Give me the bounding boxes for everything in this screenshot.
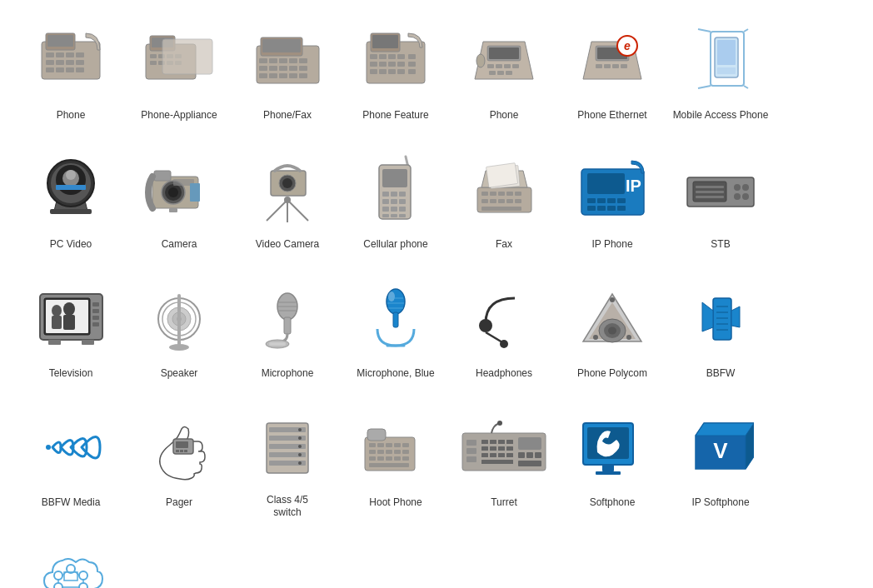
item-microphone[interactable]: Microphone — [233, 267, 342, 396]
svg-point-233 — [298, 461, 302, 465]
item-mobile-access-phone[interactable]: Mobile Access Phone — [666, 8, 775, 137]
item-phone2[interactable]: Phone — [450, 8, 558, 137]
item-pc-video[interactable]: PC Video — [17, 137, 125, 267]
icon-fax — [453, 144, 555, 235]
svg-rect-2 — [47, 35, 73, 47]
item-ip-phone-label: IP Phone — [591, 238, 632, 262]
item-fax[interactable]: Fax — [450, 137, 558, 267]
item-ip-phone[interactable]: IP IP Phone — [558, 137, 666, 267]
svg-rect-278 — [596, 471, 621, 475]
item-phone-appliance-label: Phone-Appliance — [141, 109, 217, 132]
svg-rect-124 — [391, 207, 397, 212]
svg-rect-71 — [497, 71, 504, 75]
item-television[interactable]: Television — [17, 267, 125, 396]
svg-line-90 — [744, 86, 748, 88]
item-ip-softphone-label: IP Softphone — [691, 496, 749, 520]
item-stb[interactable]: STB — [666, 137, 775, 267]
svg-rect-168 — [52, 316, 62, 329]
svg-point-229 — [298, 428, 302, 431]
item-phone[interactable]: Phone — [17, 8, 125, 137]
svg-rect-85 — [717, 40, 736, 65]
item-cellular-phone[interactable]: Cellular phone — [342, 137, 450, 267]
item-headphones[interactable]: Headphones — [450, 267, 558, 396]
icon-pager — [128, 402, 230, 493]
item-phone-appliance[interactable]: Phone-Appliance — [125, 8, 233, 137]
svg-rect-192 — [393, 312, 398, 327]
svg-rect-182 — [177, 294, 181, 346]
icon-turret — [453, 402, 555, 493]
svg-rect-79 — [612, 64, 619, 68]
svg-rect-133 — [481, 192, 488, 196]
svg-line-199 — [486, 332, 502, 342]
svg-point-167 — [52, 305, 62, 316]
icon-phone-appliance — [128, 15, 230, 106]
item-softphone[interactable]: Softphone — [558, 396, 666, 525]
svg-rect-32 — [279, 58, 287, 63]
svg-point-274 — [497, 421, 502, 426]
svg-rect-59 — [379, 69, 387, 74]
svg-point-73 — [476, 54, 485, 67]
item-class-switch[interactable]: Class 4/5 switch — [233, 396, 342, 525]
svg-line-107 — [267, 200, 287, 221]
svg-rect-42 — [279, 73, 287, 78]
svg-rect-142 — [515, 199, 521, 203]
svg-point-288 — [79, 583, 87, 589]
item-gatekeeper[interactable]: Gatekeeper — [17, 525, 125, 588]
item-camera-label: Camera — [162, 238, 197, 262]
svg-rect-171 — [92, 302, 99, 306]
svg-rect-162 — [696, 191, 724, 193]
svg-rect-268 — [481, 460, 513, 464]
svg-point-191 — [387, 289, 405, 314]
item-camera[interactable]: Camera — [125, 137, 233, 267]
item-hoot-phone-label: Hoot Phone — [369, 496, 422, 520]
item-phone-feature[interactable]: Phone Feature — [342, 8, 450, 137]
svg-point-286 — [79, 571, 87, 580]
item-video-camera[interactable]: Video Camera — [233, 137, 342, 267]
svg-point-157 — [734, 184, 741, 191]
svg-rect-222 — [184, 450, 187, 452]
icon-headphones — [453, 273, 555, 364]
svg-rect-172 — [92, 309, 99, 313]
svg-rect-254 — [466, 448, 476, 454]
svg-rect-271 — [526, 452, 533, 458]
item-hoot-phone[interactable]: Hoot Phone — [342, 396, 450, 525]
icon-ip-softphone: V — [670, 402, 771, 493]
svg-rect-248 — [386, 456, 392, 461]
svg-rect-33 — [289, 58, 297, 63]
svg-rect-257 — [490, 440, 496, 444]
icon-camera — [128, 144, 230, 235]
svg-rect-50 — [388, 54, 396, 59]
item-phone-ethernet[interactable]: e Phone Ethernet — [558, 8, 666, 137]
svg-rect-7 — [46, 60, 54, 65]
item-phone-polycom[interactable]: Phone Polycom — [558, 267, 666, 396]
item-ip-softphone[interactable]: V IP Softphone — [666, 396, 775, 525]
svg-text:IP: IP — [626, 177, 641, 195]
svg-rect-61 — [397, 69, 405, 74]
svg-rect-266 — [498, 453, 505, 457]
item-speaker[interactable]: Speaker — [125, 267, 233, 396]
svg-point-112 — [282, 178, 292, 188]
item-pager[interactable]: Pager — [125, 396, 233, 525]
svg-rect-132 — [486, 163, 517, 188]
svg-rect-36 — [269, 66, 277, 71]
svg-rect-34 — [299, 58, 307, 63]
svg-rect-60 — [388, 69, 396, 74]
item-microphone-blue[interactable]: Microphone, Blue — [342, 267, 450, 396]
svg-rect-9 — [66, 60, 74, 65]
svg-rect-243 — [386, 450, 392, 454]
svg-rect-86 — [717, 67, 736, 74]
svg-rect-105 — [190, 183, 200, 202]
item-bbfw-media[interactable]: BBFW Media — [17, 396, 125, 525]
item-bbfw[interactable]: BBFW — [666, 267, 775, 396]
item-phone-fax[interactable]: Phone/Fax — [233, 8, 342, 137]
svg-rect-154 — [617, 206, 626, 211]
svg-rect-48 — [370, 54, 377, 59]
svg-rect-145 — [587, 173, 625, 194]
icon-softphone — [561, 402, 663, 493]
svg-marker-211 — [731, 306, 740, 327]
svg-rect-121 — [391, 199, 397, 204]
svg-point-232 — [298, 453, 302, 456]
icon-speaker — [128, 273, 230, 364]
svg-rect-127 — [391, 214, 397, 217]
item-turret[interactable]: Turret — [450, 396, 558, 525]
